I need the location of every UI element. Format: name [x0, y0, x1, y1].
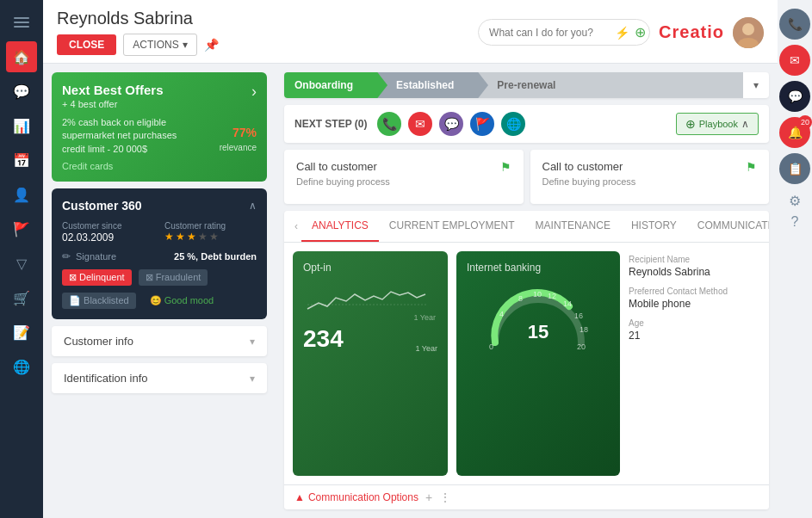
communication-options-link[interactable]: ▲ Communication Options: [294, 491, 418, 503]
calendar-icon[interactable]: 📅: [6, 145, 37, 176]
globe-icon[interactable]: 🌐: [6, 351, 37, 382]
svg-text:14: 14: [563, 299, 572, 308]
age-field: Age 21: [629, 318, 760, 342]
playbook-button[interactable]: ⊕ Playbook ∧: [676, 113, 759, 135]
header-left: Reynolds Sabrina CLOSE ACTIONS ▾ 📌: [57, 9, 219, 56]
process-bar: Onboarding Established Pre-renewal ▾: [284, 72, 769, 98]
pin-icon[interactable]: 📌: [204, 38, 219, 52]
right-email-button[interactable]: ✉: [779, 45, 810, 76]
actions-button[interactable]: ACTIONS ▾: [123, 34, 196, 56]
identification-info-chevron: ▾: [250, 373, 255, 385]
analytics-icon[interactable]: 📊: [6, 110, 37, 141]
comm-opts-icon: ▲: [294, 491, 305, 503]
action-flag[interactable]: 🚩: [470, 112, 494, 136]
next-step-label: NEXT STEP (0): [294, 118, 367, 130]
since-label: Customer since: [62, 221, 154, 231]
call-card-1-flag[interactable]: ⚑: [500, 160, 511, 174]
search-input[interactable]: [489, 27, 610, 39]
next-step-bar: NEXT STEP (0) 📞 ✉ 💬 🚩 🌐 ⊕ Playbook ∧: [284, 105, 769, 143]
search-add-icon[interactable]: ⊕: [635, 24, 646, 40]
svg-text:12: 12: [548, 292, 556, 300]
fraudulent-tag[interactable]: ⊠ Fraudulent: [139, 269, 208, 286]
sparkline: 1 Year: [303, 279, 437, 322]
right-panel: Onboarding Established Pre-renewal ▾ NEX…: [276, 64, 778, 518]
chat-icon[interactable]: 💬: [6, 76, 37, 107]
recipient-name-value: Reynolds Sabrina: [629, 266, 760, 278]
hamburger-menu[interactable]: [6, 7, 37, 38]
action-chat[interactable]: 💬: [439, 112, 463, 136]
tab-maintenance[interactable]: MAINTENANCE: [525, 211, 621, 242]
blacklisted-tag[interactable]: 📄 Blacklisted: [62, 293, 136, 309]
contact-method-value: Mobile phone: [629, 298, 760, 310]
call-card-2-flag[interactable]: ⚑: [746, 160, 757, 174]
identification-info-accordion[interactable]: Identification info ▾: [52, 363, 267, 393]
goodmood-tag[interactable]: 😊 Good mood: [143, 293, 221, 309]
svg-text:8: 8: [518, 294, 523, 303]
cart-icon[interactable]: 🛒: [6, 282, 37, 313]
sparkline-period[interactable]: 1 Year: [413, 313, 436, 322]
search-bar[interactable]: ⚡ ⊕: [478, 19, 650, 46]
left-panel: Next Best Offers + 4 best offer › 2% cas…: [43, 64, 276, 518]
analytics-info: Recipient Name Reynolds Sabrina Preferre…: [629, 251, 760, 476]
action-globe[interactable]: 🌐: [501, 112, 525, 136]
offer-link[interactable]: Credit cards: [62, 161, 200, 171]
optin-value: 234: [303, 325, 344, 353]
action-phone[interactable]: 📞: [377, 112, 401, 136]
svg-text:20: 20: [577, 342, 586, 351]
process-step-established[interactable]: Established: [375, 72, 476, 98]
docs-icon[interactable]: 📝: [6, 317, 37, 348]
tab-employment[interactable]: CURRENT EMPLOYMENT: [379, 211, 525, 242]
gauge: 15 0 4 8 10 12 14 16 18: [467, 279, 610, 355]
flag-icon[interactable]: 🚩: [6, 213, 37, 244]
search-icon[interactable]: ⚡: [615, 26, 629, 40]
process-step-onboarding[interactable]: Onboarding: [284, 72, 375, 98]
offer-card[interactable]: Next Best Offers + 4 best offer › 2% cas…: [52, 72, 267, 182]
delinquent-tag[interactable]: ⊠ Delinquent: [62, 269, 132, 286]
banking-card: Internet banking 15: [456, 251, 620, 476]
add-communication-icon[interactable]: +: [425, 490, 432, 504]
bottom-bar: ▲ Communication Options + ⋮: [284, 484, 769, 509]
svg-text:10: 10: [533, 290, 542, 299]
brand-logo: Creatio: [659, 22, 724, 42]
svg-text:15: 15: [528, 321, 549, 342]
age-label: Age: [629, 318, 760, 328]
right-help-icon[interactable]: ?: [791, 214, 799, 230]
left-navigation: 🏠 💬 📊 📅 👤 🚩 ▽ 🛒 📝 🌐: [0, 0, 43, 518]
action-email[interactable]: ✉: [408, 112, 432, 136]
svg-point-1: [742, 23, 754, 35]
relevance-value: 77%: [220, 116, 257, 143]
close-button[interactable]: CLOSE: [57, 34, 116, 55]
svg-text:0: 0: [489, 342, 493, 351]
contacts-icon[interactable]: 👤: [6, 179, 37, 210]
tabs-left-arrow[interactable]: ‹: [291, 213, 301, 239]
right-notifications-button[interactable]: 🔔 20: [779, 117, 810, 148]
avatar: [733, 17, 764, 48]
funnel-icon[interactable]: ▽: [6, 248, 37, 279]
offer-arrow-icon[interactable]: ›: [251, 83, 257, 101]
right-actions-panel: 📞 ✉ 💬 🔔 20 📋 ⚙ ?: [778, 0, 812, 518]
customer360-title: Customer 360: [62, 199, 142, 213]
process-dropdown[interactable]: ▾: [743, 72, 769, 98]
notification-badge: 20: [798, 115, 812, 129]
right-gear-icon[interactable]: ⚙: [789, 193, 801, 209]
customer-info-accordion[interactable]: Customer info ▾: [52, 326, 267, 356]
customer360-collapse-icon[interactable]: ∧: [249, 200, 257, 212]
tab-history[interactable]: HISTORY: [621, 211, 687, 242]
header-actions: CLOSE ACTIONS ▾ 📌: [57, 34, 219, 56]
rating-label: Customer rating: [164, 221, 257, 231]
call-card-2-title: Call to customer: [542, 160, 623, 173]
tab-analytics[interactable]: ANALYTICS: [301, 211, 379, 242]
star-rating: ★ ★ ★ ★ ★: [164, 231, 257, 243]
process-step-prerenewal[interactable]: Pre-renewal: [476, 72, 743, 98]
call-card-1-sub: Define buying process: [296, 176, 511, 187]
right-docs-button[interactable]: 📋: [779, 153, 810, 184]
header-right: ⚡ ⊕ Creatio: [478, 17, 764, 48]
right-chat-button[interactable]: 💬: [779, 81, 810, 112]
right-phone-button[interactable]: 📞: [779, 9, 810, 40]
more-options-icon[interactable]: ⋮: [439, 490, 451, 504]
tab-communication[interactable]: COMMUNICATION CHANNELS: [687, 211, 769, 242]
call-card-2-sub: Define buying process: [542, 176, 758, 187]
home-icon[interactable]: 🏠: [6, 41, 37, 72]
signature-icon: ✏: [62, 250, 71, 262]
playbook-icon: ⊕: [685, 117, 696, 131]
